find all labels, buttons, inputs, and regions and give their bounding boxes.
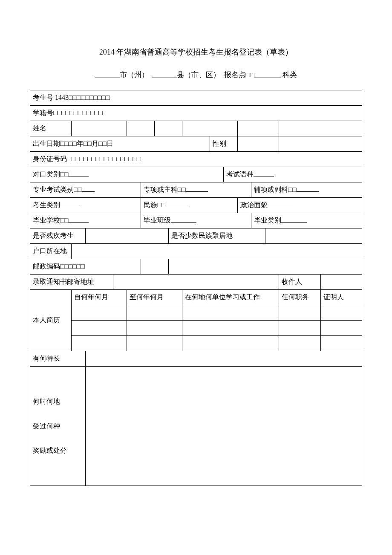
recipient-label: 收件人 — [279, 275, 320, 290]
name-label: 姓名 — [30, 121, 72, 136]
resume-r1-c4 — [279, 305, 320, 321]
sex-spacer — [279, 136, 362, 152]
sex-value — [237, 136, 279, 152]
resume-r2-c1 — [72, 321, 127, 336]
grad-class: 毕业班级 — [141, 213, 251, 228]
resume-r1-c2 — [127, 305, 182, 321]
name-cell-5 — [237, 121, 279, 136]
exam-lang-row: 考试语种 — [224, 167, 362, 182]
hukou-value — [72, 244, 362, 259]
hukou-label: 户口所在地 — [30, 244, 72, 259]
minority-label: 是否少数民族聚居地 — [168, 228, 265, 244]
resume-r1-c1 — [72, 305, 127, 321]
postal-cell-3 — [168, 259, 362, 275]
name-cell-1 — [72, 121, 127, 136]
pro-test-cat: 专业考试类别□□ — [30, 182, 141, 198]
form-table: 考生号 1443□□□□□□□□□□ 学籍号□□□□□□□□□□□□ 姓名 出生… — [30, 90, 362, 486]
resume-from-label: 自何年何月 — [72, 290, 127, 305]
page-subtitle: 市（州） 县（市、区） 报名点□□ 科类 — [30, 70, 362, 80]
resume-where-label: 在何地何单位学习或工作 — [182, 290, 279, 305]
resume-r3-c4 — [279, 336, 320, 351]
birth-row: 出生日期□□□□年□□月□□日 — [30, 136, 210, 152]
disability-label: 是否残疾考生 — [30, 228, 86, 244]
resume-witness-label: 证明人 — [320, 290, 362, 305]
name-cell-3 — [155, 121, 182, 136]
recipient-value — [320, 275, 362, 290]
resume-r2-c4 — [279, 321, 320, 336]
mail-addr-value — [113, 275, 279, 290]
zhuanxiang: 专项或主科□□ — [141, 182, 251, 198]
specialty-value — [85, 351, 362, 367]
candidate-cat: 考生类别 — [30, 198, 141, 213]
minzu: 民族□□ — [141, 198, 237, 213]
zhengzhi: 政治面貌 — [237, 198, 362, 213]
resume-label: 本人简历 — [30, 290, 72, 351]
resume-r3-c3 — [182, 336, 279, 351]
reward-label: 何时何地 受过何种 奖励或处分 — [30, 367, 86, 486]
resume-r3-c2 — [127, 336, 182, 351]
resume-r2-c5 — [320, 321, 362, 336]
resume-r3-c1 — [72, 336, 127, 351]
resume-r3-c5 — [320, 336, 362, 351]
minority-value — [265, 228, 362, 244]
disability-value — [85, 228, 168, 244]
resume-r2-c3 — [182, 321, 279, 336]
postal-left: 邮政编码□□□□□□ — [30, 259, 141, 275]
resume-r1-c3 — [182, 305, 279, 321]
duikou-row: 对口类别□□ — [30, 167, 224, 182]
postal-cell-2 — [141, 259, 168, 275]
exam-number-row: 考生号 1443□□□□□□□□□□ — [30, 90, 362, 106]
grad-type: 毕业类别 — [251, 213, 362, 228]
student-number-row: 学籍号□□□□□□□□□□□□ — [30, 106, 362, 121]
reward-value — [85, 367, 362, 486]
page-title: 2014 年湖南省普通高等学校招生考生报名登记表（草表） — [30, 47, 362, 57]
grad-school: 毕业学校□□ — [30, 213, 141, 228]
mail-addr-label: 录取通知书邮寄地址 — [30, 275, 113, 290]
sex-label: 性别 — [210, 136, 237, 152]
resume-r2-c2 — [127, 321, 182, 336]
idcard-row: 身份证号码□□□□□□□□□□□□□□□□□□ — [30, 152, 362, 167]
specialty-label: 有何特长 — [30, 351, 86, 367]
name-cell-4 — [182, 121, 237, 136]
name-cell-2 — [127, 121, 155, 136]
fuxiang: 辅项或副科□□ — [251, 182, 362, 198]
resume-to-label: 至何年何月 — [127, 290, 182, 305]
resume-r1-c5 — [320, 305, 362, 321]
resume-duty-label: 任何职务 — [279, 290, 320, 305]
name-cell-6 — [279, 121, 362, 136]
